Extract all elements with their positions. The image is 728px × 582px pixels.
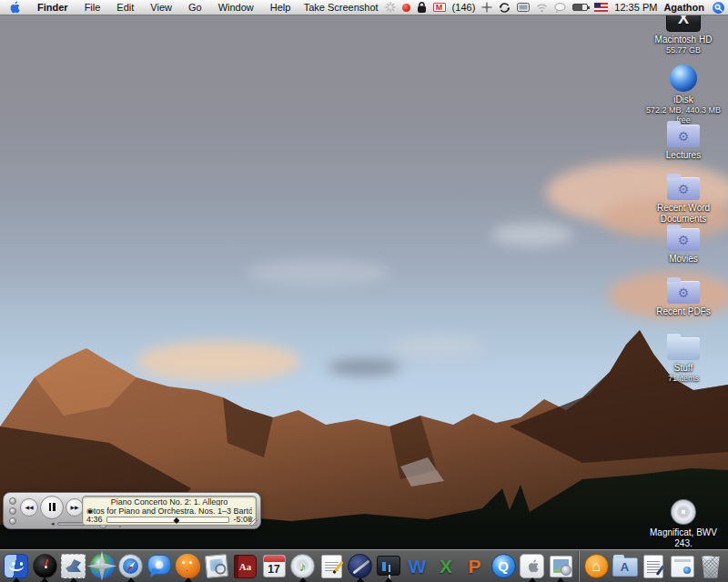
dock-item-appfolder[interactable]: A [612, 553, 638, 580]
folder-icon [667, 337, 700, 360]
home-icon: ⌂ [584, 554, 609, 578]
dock-item-itunes[interactable]: ♪ [289, 553, 316, 580]
running-indicator [13, 577, 20, 582]
dictionary-icon: Aa [234, 555, 257, 578]
dock-item-home[interactable]: ⌂ [583, 553, 610, 580]
running-indicator [357, 577, 364, 582]
running-indicator [299, 577, 307, 582]
displays-menu-icon[interactable] [517, 3, 530, 13]
dock-item-ichat[interactable] [147, 553, 173, 580]
mac-desktop-screen: Finder File Edit View Go Window Help Tak… [0, 0, 728, 582]
pause-button[interactable] [40, 496, 64, 519]
gmail-unread-count: (146) [452, 2, 476, 13]
menu-go[interactable]: Go [180, 0, 210, 15]
gear-emblem-icon: ⚙ [667, 177, 700, 200]
dock-item-ical[interactable]: 17 [261, 553, 288, 580]
desktop-icon-recent-pdfs[interactable]: ⚙ Recent PDFs [641, 276, 726, 317]
dock-item-creature[interactable] [175, 553, 201, 580]
icon-label: Movies [641, 254, 726, 265]
icon-sublabel: 71 items [641, 374, 726, 384]
menu-file[interactable]: File [76, 0, 109, 15]
track-title: Piano Concerto No. 2: 1. Allegro [86, 497, 252, 506]
preview-icon [205, 554, 228, 578]
progress-bar[interactable] [106, 517, 230, 523]
dock-item-letter[interactable]: W [404, 553, 430, 580]
dock-separator [578, 551, 579, 582]
dock-item-iphoto[interactable] [548, 553, 574, 580]
dock-item-safari[interactable] [117, 553, 144, 580]
quicktime-icon: Q [491, 554, 516, 578]
dock-item-dictionary[interactable]: Aa [232, 553, 258, 580]
dock-item-mail[interactable] [60, 553, 86, 580]
gear-emblem-icon: ⚙ [667, 228, 700, 251]
letter-icon: W [405, 554, 430, 578]
resize-grip[interactable] [249, 517, 258, 527]
iphoto-icon [550, 556, 572, 577]
letter-icon: X [434, 554, 459, 578]
dock-item-minsafari[interactable] [669, 553, 695, 580]
take-screenshot-menu-extra[interactable]: Take Screenshot [304, 2, 379, 13]
minimize-button[interactable] [9, 507, 16, 515]
running-indicator [70, 577, 77, 582]
crosshair-menu-icon[interactable] [481, 2, 492, 13]
icon-label: Lectures [641, 150, 726, 161]
smart-folder-icon: ⚙ [667, 125, 700, 147]
menu-bar: Finder File Edit View Go Window Help Tak… [0, 0, 728, 15]
desktop-icon-magnificat-cd[interactable]: Magnificat, BWV 243. [641, 499, 726, 549]
idisk-globe-icon [670, 65, 697, 92]
textedit-icon [321, 555, 342, 578]
running-indicator [385, 577, 392, 582]
spotlight-icon[interactable] [713, 2, 724, 14]
desktop-icon-stuff[interactable]: Stuff 71 items [641, 333, 726, 384]
running-indicator [41, 577, 48, 582]
fast-user-switch-name[interactable]: Agathon [663, 2, 704, 13]
dock-item-textedit[interactable] [318, 553, 345, 580]
artist-album-scroll: ◉tos for Piano and Orchestra, Nos. 1–3 B… [86, 507, 252, 515]
dock-item-sysprefs[interactable] [519, 553, 545, 580]
keynote-icon [377, 556, 400, 576]
dock-item-keynote[interactable] [376, 553, 402, 580]
sync-menu-icon[interactable] [499, 2, 511, 14]
menu-finder[interactable]: Finder [29, 0, 76, 15]
appfolder-icon: A [612, 557, 638, 577]
dock-item-dashboard[interactable] [32, 553, 58, 580]
desktop-icon-recent-word-documents[interactable]: ⚙ Recent Word Documents [641, 173, 726, 225]
input-language-flag-icon[interactable] [594, 3, 608, 12]
progress-marker[interactable] [173, 517, 179, 524]
sysprefs-icon [520, 554, 544, 578]
dock-item-letter[interactable]: P [461, 553, 488, 580]
rewind-button[interactable]: ◀◀ [20, 498, 38, 517]
menu-edit[interactable]: Edit [108, 0, 142, 15]
dock-item-preview[interactable] [204, 553, 230, 580]
letter-icon: P [462, 554, 487, 578]
menu-clock[interactable]: 12:35 PM [614, 2, 657, 13]
dock-item-quicktime[interactable]: Q [490, 553, 517, 580]
dock-item-globe[interactable] [89, 553, 116, 580]
dock-item-mindoc[interactable] [641, 553, 667, 580]
desktop-icon-movies[interactable]: ⚙ Movies [641, 224, 726, 265]
spinner-menu-icon[interactable] [385, 2, 396, 13]
desktop-icon-lectures[interactable]: ⚙ Lectures [641, 120, 726, 161]
dock-item-finder[interactable] [3, 553, 29, 580]
fast-forward-button[interactable]: ▶▶ [66, 498, 84, 517]
zoom-button[interactable] [9, 517, 16, 525]
dock-item-letter[interactable]: X [433, 553, 460, 580]
dock-item-trash[interactable] [698, 553, 724, 580]
keychain-lock-icon[interactable] [417, 2, 427, 14]
ichat-status-bubble-icon[interactable] [554, 3, 566, 13]
itunes-mini-player: ◀◀ ▶▶ ◂ ◂) Piano Concerto No. 2: 1. Alle… [3, 492, 261, 529]
menu-window[interactable]: Window [210, 0, 262, 15]
safari-icon [118, 554, 143, 578]
menu-help[interactable]: Help [262, 0, 299, 15]
battery-menu-icon[interactable] [572, 4, 588, 11]
close-button[interactable] [9, 497, 16, 505]
gmail-notifier-icon[interactable]: M [433, 3, 446, 12]
apple-menu-icon[interactable] [8, 1, 20, 14]
dashboard-icon [33, 554, 57, 578]
dock-item-inkwell[interactable] [347, 553, 373, 580]
mindoc-icon [643, 555, 663, 578]
menu-view[interactable]: View [142, 0, 180, 15]
desktop-icon-idisk[interactable]: iDisk 572.2 MB, 440.3 MB free [641, 65, 726, 125]
airport-wifi-icon[interactable] [536, 3, 548, 13]
record-indicator-icon[interactable] [402, 4, 410, 12]
